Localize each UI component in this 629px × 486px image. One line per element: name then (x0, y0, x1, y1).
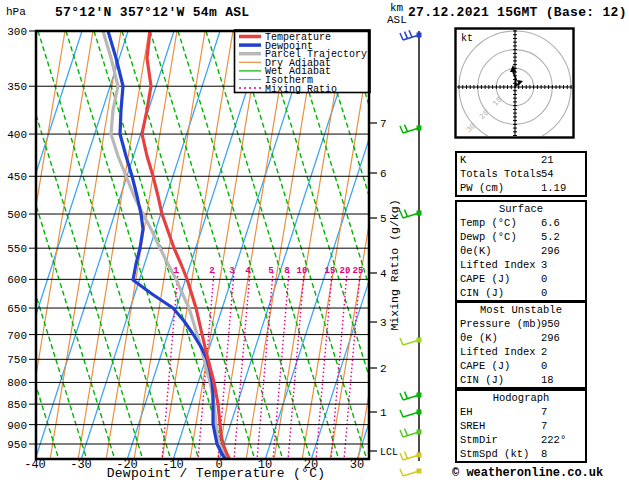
table-row: Lifted Index3 (457, 258, 585, 272)
row-label: θe(K) (460, 244, 492, 258)
mixing-ratio-axis-label: Mixing Ratio (g/kg) (388, 199, 401, 330)
row-value: 3 (541, 258, 547, 272)
pressure-tick-label: 300 (7, 26, 27, 38)
wind-barb (400, 210, 422, 218)
row-value: 5.2 (541, 230, 560, 244)
row-value: 222° (541, 433, 566, 447)
mixing-ratio-value-label: 8 (284, 266, 289, 276)
mixing-ratio-value-label: 10 (297, 266, 308, 276)
wind-barb (400, 338, 422, 346)
mixing-ratio-value-label: 15 (325, 266, 336, 276)
table-row: StmDir222° (457, 433, 585, 447)
km-tick-label: 1 (380, 407, 387, 419)
temperature-tick-label: 30 (350, 458, 364, 472)
indices-table-surface: SurfaceTemp (°C)6.6Dewp (°C)5.2θe(K)296L… (455, 200, 587, 302)
row-value: 18 (541, 373, 554, 387)
mixing-ratio-value-label: 2 (209, 266, 214, 276)
row-label: StmSpd (kt) (460, 447, 529, 461)
lcl-label: LCL (380, 447, 398, 458)
mixing-ratio-value-label: 4 (245, 266, 251, 276)
km-tick-label: 7 (380, 118, 387, 130)
table-row: θe (K)296 (457, 331, 585, 345)
table-row: θe(K)296 (457, 244, 585, 258)
table-row: PW (cm)1.19 (457, 181, 585, 195)
km-tick-label: 5 (380, 213, 387, 225)
mixing-ratio-value-label: 5 (268, 266, 273, 276)
pressure-tick-label: 400 (7, 129, 27, 141)
row-label: PW (cm) (460, 181, 504, 195)
temperature-tick-label: -30 (70, 458, 92, 472)
row-value: 7 (541, 405, 547, 419)
km-tick-label: 2 (380, 363, 387, 375)
table-row: Pressure (mb)950 (457, 317, 585, 331)
row-label: Totals Totals (460, 167, 542, 181)
row-label: CAPE (J) (460, 359, 510, 373)
wind-barb (400, 410, 422, 418)
legend: TemperatureDewpointParcel TrajectoryDry … (235, 30, 371, 95)
row-value: 950 (541, 317, 560, 331)
row-value: 8 (541, 447, 547, 461)
wind-barb (400, 469, 422, 477)
row-label: Lifted Index (460, 345, 536, 359)
mixing-ratio-value-label: 1 (173, 266, 179, 276)
row-label: SREH (460, 419, 485, 433)
table-row: CAPE (J)0 (457, 359, 585, 373)
wind-barb (400, 30, 422, 40)
temperature-tick-label: -40 (24, 458, 46, 472)
wind-barb (400, 452, 422, 460)
table-row: Totals Totals54 (457, 167, 585, 181)
row-label: Dewp (°C) (460, 230, 517, 244)
x-axis-title: Dewpoint / Temperature (°C) (107, 466, 326, 481)
pressure-tick-label: 550 (7, 243, 27, 255)
row-label: CIN (J) (460, 286, 504, 300)
table-header: Surface (457, 202, 585, 216)
table-row: EH7 (457, 405, 585, 419)
row-label: StmDir (460, 433, 498, 447)
indices-table-most-unstable: Most UnstablePressure (mb)950θe (K)296Li… (455, 301, 587, 389)
table-header: Hodograph (457, 391, 585, 405)
pressure-tick-label: 700 (7, 330, 27, 342)
mixing-ratio-line (257, 272, 273, 460)
mixing-ratio-value-label: 3 (229, 266, 234, 276)
table-row: StmSpd (kt)8 (457, 447, 585, 461)
hodograph-panel: 102030 (456, 29, 574, 144)
row-label: K (460, 153, 466, 167)
table-row: CIN (J)18 (457, 373, 585, 387)
row-label: Temp (°C) (460, 216, 517, 230)
wind-barb (400, 392, 422, 400)
table-row: CAPE (J)0 (457, 272, 585, 286)
mixing-ratio-value-label: 20 (340, 266, 351, 276)
row-value: 0 (541, 286, 547, 300)
table-row: Lifted Index2 (457, 345, 585, 359)
row-value: 54 (541, 167, 554, 181)
pressure-tick-label: 600 (7, 274, 27, 286)
pressure-tick-label: 350 (7, 81, 27, 93)
pressure-tick-label: 950 (7, 439, 27, 451)
row-label: Lifted Index (460, 258, 536, 272)
table-header: Most Unstable (457, 303, 585, 317)
row-label: CIN (J) (460, 373, 504, 387)
legend-item-label: Mixing Ratio (265, 84, 337, 95)
pressure-tick-label: 900 (7, 420, 27, 432)
table-row: K21 (457, 153, 585, 167)
indices-table-stability: K21Totals Totals54PW (cm)1.19 (455, 151, 587, 197)
isotherm-line (311, 31, 450, 460)
wind-barb-column (400, 30, 422, 476)
pressure-tick-label: 800 (7, 377, 27, 389)
pressure-tick-label: 850 (7, 399, 27, 411)
row-label: EH (460, 405, 473, 419)
row-value: 296 (541, 244, 560, 258)
row-label: CAPE (J) (460, 272, 510, 286)
pressure-tick-label: 450 (7, 171, 27, 183)
pressure-tick-label: 650 (7, 303, 27, 315)
row-label: Pressure (mb) (460, 317, 542, 331)
pressure-tick-label: 750 (7, 354, 27, 366)
table-row: CIN (J)0 (457, 286, 585, 300)
km-tick-label: 6 (380, 168, 387, 180)
row-value: 6.6 (541, 216, 560, 230)
row-value: 296 (541, 331, 560, 345)
row-value: 7 (541, 419, 547, 433)
mixing-ratio-value-label: 25 (353, 266, 364, 276)
km-tick-label: 4 (380, 268, 387, 280)
wet-adiabat-line (0, 31, 3, 460)
